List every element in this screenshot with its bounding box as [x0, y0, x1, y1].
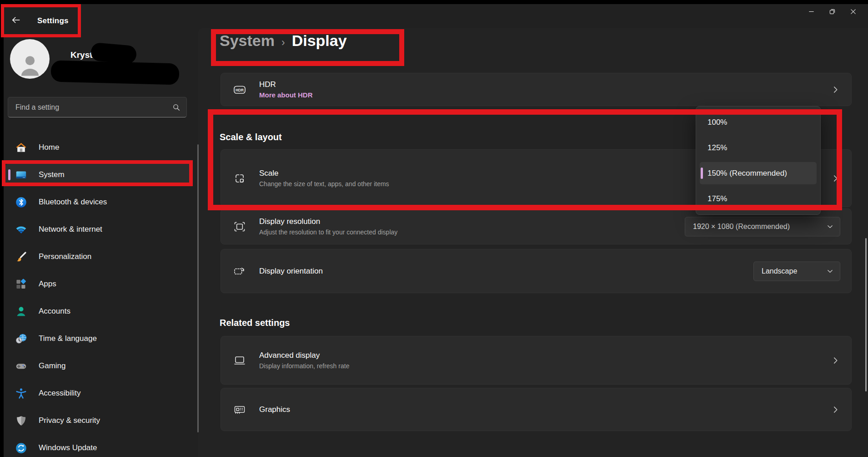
windows-update-icon: [15, 442, 27, 454]
scale-option-100[interactable]: 100%: [700, 111, 817, 133]
chevron-right-icon: [832, 356, 839, 364]
home-icon: [15, 142, 27, 154]
sidebar-item-label: Accounts: [39, 307, 70, 316]
hdr-row[interactable]: HDR HDR More about HDR: [221, 73, 852, 106]
sidebar-item-label: Apps: [39, 279, 56, 289]
back-arrow-icon: [11, 15, 21, 27]
top-edge: [0, 0, 868, 4]
display-orientation-icon: [233, 264, 246, 278]
graphics-title: Graphics: [259, 405, 290, 414]
minimize-button[interactable]: [801, 4, 822, 19]
sidebar-item-accessibility[interactable]: Accessibility: [5, 382, 193, 404]
privacy-icon: [15, 415, 27, 427]
display-resolution-title: Display resolution: [259, 217, 397, 226]
sidebar-nav: HomeSystemBluetooth & devicesNetwork & i…: [5, 137, 193, 457]
time-language-icon: [15, 333, 27, 345]
close-icon: [850, 8, 857, 15]
sidebar-item-bluetooth-devices[interactable]: Bluetooth & devices: [5, 191, 193, 213]
left-edge: [0, 0, 4, 457]
hdr-more-link[interactable]: More about HDR: [259, 91, 313, 99]
hdr-title: HDR: [259, 80, 313, 89]
chevron-down-icon: [827, 268, 833, 274]
search-input[interactable]: Find a setting: [8, 97, 187, 117]
chevron-right-icon: [832, 174, 839, 182]
breadcrumb: System › Display: [220, 32, 347, 50]
sidebar-item-network-internet[interactable]: Network & internet: [5, 218, 193, 240]
sidebar-item-label: System: [39, 170, 65, 179]
avatar: [10, 39, 50, 79]
sidebar-item-personalization[interactable]: Personalization: [5, 246, 193, 268]
sidebar-item-home[interactable]: Home: [5, 137, 193, 158]
resolution-value: 1920 × 1080 (Recommended): [693, 223, 790, 231]
app-title: Settings: [37, 16, 69, 25]
sidebar-item-label: Windows Update: [39, 443, 97, 452]
advanced-display-subtitle: Display information, refresh rate: [259, 362, 349, 370]
graphics-icon: [233, 403, 246, 416]
sidebar-item-label: Personalization: [39, 252, 91, 261]
advanced-display-row[interactable]: Advanced display Display information, re…: [221, 336, 852, 385]
sidebar-item-label: Accessibility: [39, 389, 81, 398]
scale-option-label: 175%: [707, 194, 727, 203]
breadcrumb-system[interactable]: System: [220, 32, 275, 50]
sidebar-item-label: Network & internet: [39, 225, 102, 234]
orientation-value: Landscape: [762, 267, 797, 275]
svg-text:HDR: HDR: [236, 87, 244, 92]
page-title: Display: [292, 32, 347, 50]
breadcrumb-separator: ›: [275, 36, 292, 49]
scale-option-175[interactable]: 175%: [700, 188, 817, 210]
scale-option-label: 150% (Recommended): [707, 169, 787, 178]
scale-option-125[interactable]: 125%: [700, 137, 817, 159]
scale-option-label: 125%: [707, 143, 727, 152]
selected-accent-bar: [8, 169, 10, 180]
settings-window: Settings Krystine Find a setting HomeSys…: [0, 0, 868, 457]
scale-subtitle: Change the size of text, apps, and other…: [259, 180, 389, 188]
minimize-icon: [808, 8, 815, 15]
display-resolution-icon: [233, 220, 246, 234]
scale-option-150-selected[interactable]: 150% (Recommended): [700, 162, 817, 184]
sidebar-item-accounts[interactable]: Accounts: [5, 300, 193, 322]
sidebar-item-label: Time & language: [39, 334, 97, 343]
scale-option-label: 100%: [707, 118, 727, 127]
network-icon: [15, 223, 27, 236]
display-orientation-row[interactable]: Display orientation Landscape: [221, 249, 852, 293]
chevron-right-icon: [832, 86, 839, 93]
sidebar-item-label: Privacy & security: [39, 416, 100, 425]
accessibility-icon: [15, 387, 27, 400]
orientation-select[interactable]: Landscape: [753, 261, 840, 281]
person-icon: [16, 51, 44, 79]
search-icon: [172, 103, 181, 112]
close-button[interactable]: [843, 4, 863, 19]
gaming-icon: [15, 360, 27, 372]
selected-accent-bar: [701, 168, 703, 179]
main-scrollbar[interactable]: [865, 238, 867, 391]
sidebar-scrollbar[interactable]: [197, 144, 199, 432]
sidebar-item-label: Home: [39, 143, 59, 152]
maximize-button[interactable]: [822, 4, 843, 19]
display-orientation-title: Display orientation: [259, 267, 323, 276]
sidebar-item-gaming[interactable]: Gaming: [5, 355, 193, 377]
advanced-display-title: Advanced display: [259, 351, 349, 360]
sidebar-item-label: Bluetooth & devices: [39, 198, 107, 207]
window-controls: [801, 4, 863, 19]
sidebar-item-privacy-security[interactable]: Privacy & security: [5, 410, 193, 432]
redaction-blob: [50, 60, 179, 85]
resolution-select[interactable]: 1920 × 1080 (Recommended): [685, 217, 840, 236]
sidebar-item-system[interactable]: System: [5, 164, 193, 186]
scale-icon: [233, 172, 246, 185]
personalization-icon: [15, 251, 27, 263]
sidebar-item-label: Gaming: [39, 361, 66, 371]
scale-layout-header: Scale & layout: [220, 132, 282, 142]
display-resolution-subtitle: Adjust the resolution to fit your connec…: [259, 228, 397, 236]
back-button[interactable]: [9, 15, 23, 27]
search-placeholder: Find a setting: [15, 103, 172, 112]
maximize-icon: [829, 8, 836, 15]
sidebar-item-windows-update[interactable]: Windows Update: [5, 437, 193, 457]
graphics-row[interactable]: Graphics: [221, 388, 852, 431]
system-icon: [15, 169, 27, 181]
hdr-icon: HDR: [233, 83, 246, 96]
advanced-display-icon: [233, 354, 246, 367]
sidebar-item-time-language[interactable]: Time & language: [5, 328, 193, 350]
chevron-right-icon: [832, 406, 839, 413]
bluetooth-icon: [15, 196, 27, 208]
sidebar-item-apps[interactable]: Apps: [5, 273, 193, 295]
